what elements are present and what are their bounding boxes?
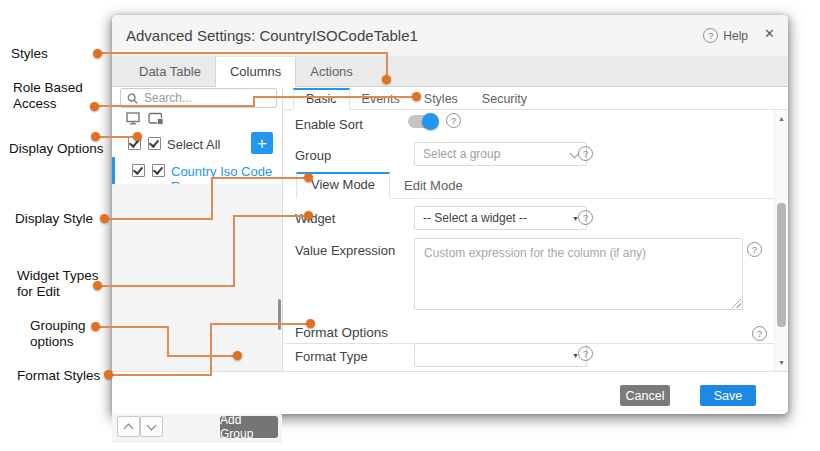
annotation-line [167, 326, 169, 357]
widget-help-icon[interactable]: ? [578, 210, 593, 225]
chevron-up-icon [124, 423, 134, 433]
help-label[interactable]: Help [723, 29, 748, 43]
value-expression-input[interactable] [415, 239, 742, 309]
search-input[interactable] [142, 90, 266, 106]
column-edit-checkbox[interactable] [152, 164, 165, 177]
help-control[interactable]: ? Help [703, 28, 748, 43]
annotation-line [233, 215, 308, 217]
annotation-display-style: Display Style [15, 211, 93, 227]
resize-grip-icon[interactable] [732, 299, 741, 308]
annotation-dot [233, 351, 242, 360]
annotation-line [97, 52, 388, 54]
move-down-button[interactable] [140, 416, 163, 437]
widget-select-value: -- Select a widget -- [423, 211, 527, 225]
annotation-line [97, 136, 137, 138]
annotation-display-options: Display Options [9, 141, 104, 157]
tab-edit-mode[interactable]: Edit Mode [390, 172, 477, 198]
dialog-titlebar: Advanced Settings: CountryISOCodeTable1 … [112, 15, 788, 57]
format-type-select[interactable]: ▼ [414, 343, 587, 367]
annotation-dot [382, 75, 391, 84]
column-view-checkbox[interactable] [132, 164, 145, 177]
device-filter-row [126, 112, 164, 125]
group-label: Group [295, 148, 331, 163]
annotation-dot [304, 211, 313, 220]
tab-columns[interactable]: Columns [215, 57, 296, 88]
mobile-devices-icon[interactable] [148, 112, 164, 125]
mode-tabstrip: View Mode Edit Mode [296, 172, 774, 199]
annotation-line [110, 374, 212, 376]
annotation-line [233, 215, 235, 287]
tab-events[interactable]: Events [350, 88, 412, 109]
group-help-icon[interactable]: ? [578, 146, 593, 161]
dialog-footer: Cancel Save [112, 371, 788, 414]
save-button[interactable]: Save [700, 385, 756, 406]
annotation-styles: Styles [11, 46, 48, 62]
value-expression-field[interactable] [414, 238, 743, 310]
format-type-help-icon[interactable]: ? [578, 346, 593, 361]
widget-label: Widget [295, 211, 335, 226]
add-group-button[interactable]: Add Group [220, 416, 278, 438]
annotation-dot [104, 370, 113, 379]
annotation-widget-types: Widget Types for Edit [17, 268, 109, 300]
widget-select[interactable]: -- Select a widget -- ▼ [414, 206, 587, 230]
annotation-line [105, 218, 213, 220]
settings-tabstrip: Basic Events Styles Security [284, 88, 788, 110]
annotation-line [210, 323, 212, 376]
scrollbar-thumb[interactable] [777, 203, 786, 327]
enable-sort-help-icon[interactable]: ? [446, 113, 461, 128]
annotation-format-styles: Format Styles [17, 368, 100, 384]
annotation-line [253, 96, 415, 98]
add-column-button[interactable]: + [251, 132, 273, 154]
close-icon[interactable]: ✕ [764, 27, 775, 41]
value-expression-help-icon[interactable]: ? [747, 242, 762, 257]
plus-icon: + [257, 135, 267, 152]
tab-basic[interactable]: Basic [293, 88, 350, 110]
tab-data-table[interactable]: Data Table [125, 57, 215, 88]
help-icon[interactable]: ? [703, 28, 718, 43]
annotation-line [97, 326, 169, 328]
scroll-down-icon[interactable]: ▼ [775, 359, 788, 366]
move-up-button[interactable] [117, 416, 140, 437]
annotation-line [211, 177, 213, 220]
dialog-title: Advanced Settings: CountryISOCodeTable1 [126, 27, 418, 44]
select-all-edit-checkbox[interactable] [148, 137, 161, 150]
annotation-dot [412, 92, 421, 101]
settings-scrollbar[interactable]: ▲ ▼ [774, 110, 788, 371]
scroll-up-icon[interactable]: ▲ [775, 115, 788, 122]
left-panel-scrollbar[interactable] [278, 299, 281, 330]
select-all-label: Select All [167, 137, 220, 152]
annotation-line [211, 177, 308, 179]
annotation-dot [100, 214, 109, 223]
annotation-grouping-options: Grouping options [30, 318, 100, 350]
desktop-icon[interactable] [126, 112, 141, 125]
group-select[interactable]: Select a group [414, 142, 587, 166]
main-tabstrip: Data Table Columns Actions [112, 57, 788, 87]
format-type-label: Format Type [295, 349, 368, 364]
annotation-dot [91, 132, 100, 141]
enable-sort-toggle[interactable] [408, 115, 436, 128]
annotation-dot [133, 132, 142, 141]
group-select-placeholder: Select a group [423, 147, 500, 161]
annotation-dot [304, 173, 313, 182]
annotation-dot [93, 49, 102, 58]
tab-security[interactable]: Security [470, 88, 539, 109]
annotation-line [167, 355, 237, 357]
column-settings-panel: Basic Events Styles Security Enable Sort… [284, 87, 788, 371]
annotation-line [97, 105, 255, 107]
toggle-thumb [422, 113, 439, 130]
annotation-line [99, 285, 235, 287]
enable-sort-label: Enable Sort [295, 117, 363, 132]
columns-list-panel: Select All + Country Iso Code Re... Add … [112, 87, 283, 371]
column-list-item[interactable]: Country Iso Code Re... [112, 157, 282, 184]
annotation-line [210, 323, 310, 325]
annotation-role-based-access: Role Based Access [13, 80, 95, 112]
search-icon [127, 93, 138, 104]
left-panel-footer: Add Group [112, 413, 282, 443]
chevron-down-icon [147, 421, 157, 431]
value-expression-label: Value Expression [295, 243, 395, 258]
tab-actions[interactable]: Actions [296, 57, 367, 88]
annotation-dot [306, 319, 315, 328]
format-options-help-icon[interactable]: ? [752, 326, 767, 341]
cancel-button[interactable]: Cancel [620, 385, 670, 406]
